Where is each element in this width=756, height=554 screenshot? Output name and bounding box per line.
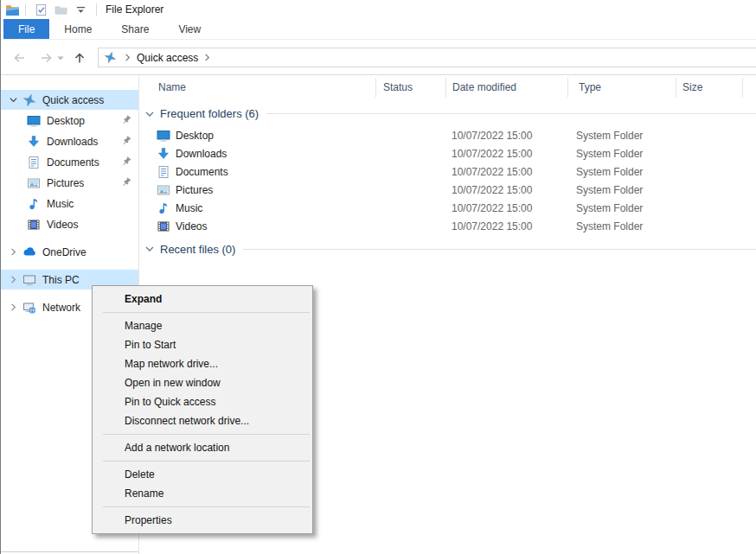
column-divider[interactable] [676, 78, 676, 98]
breadcrumb-root[interactable]: Quick access [137, 52, 198, 64]
column-divider[interactable] [567, 78, 568, 98]
group-header-frequent-folders[interactable]: Frequent folders (6) [140, 100, 756, 127]
menu-item-rename[interactable]: Rename [93, 484, 312, 503]
column-divider[interactable] [445, 78, 446, 98]
menu-item-expand[interactable]: Expand [93, 290, 312, 309]
menu-item-delete[interactable]: Delete [93, 465, 312, 484]
sidebar-item-label: Music [47, 198, 74, 210]
sidebar-item-label: Documents [47, 156, 99, 169]
pin-icon [120, 176, 132, 188]
qat-properties-button[interactable] [34, 3, 48, 17]
recent-locations-button[interactable] [54, 48, 67, 68]
file-date-modified: 10/07/2022 15:00 [452, 220, 532, 232]
desktop-icon [157, 129, 170, 143]
sidebar-item-videos[interactable]: Videos [1, 214, 138, 234]
address-bar[interactable]: Quick access [98, 48, 756, 67]
qat-new-folder-button[interactable] [54, 3, 68, 17]
file-date-modified: 10/07/2022 15:00 [452, 184, 532, 196]
chevron-right-icon[interactable] [7, 302, 19, 313]
sidebar-item-documents[interactable]: Documents [1, 152, 138, 172]
file-name: Videos [176, 220, 207, 232]
file-type: System Folder [576, 166, 643, 178]
up-button[interactable] [69, 48, 90, 68]
qat-customize-button[interactable] [74, 3, 88, 17]
sidebar-item-label: Pictures [47, 177, 84, 189]
menu-separator [103, 506, 310, 507]
tab-home[interactable]: Home [49, 19, 106, 39]
tab-file[interactable]: File [3, 19, 49, 39]
chevron-down-icon [54, 51, 67, 65]
column-header-status[interactable]: Status [383, 75, 413, 99]
menu-item-pin-to-start[interactable]: Pin to Start [93, 335, 312, 354]
file-row-pictures[interactable]: Pictures 10/07/2022 15:00 System Folder [140, 181, 756, 200]
downloads-icon [27, 135, 41, 149]
column-header-size[interactable]: Size [682, 75, 702, 99]
menu-item-properties[interactable]: Properties [93, 511, 312, 530]
sidebar-item-quick-access[interactable]: Quick access [1, 90, 138, 110]
sidebar-item-label: Downloads [47, 136, 98, 148]
window-title: File Explorer [106, 3, 163, 16]
file-row-documents[interactable]: Documents 10/07/2022 15:00 System Folder [140, 163, 756, 181]
column-header-date-modified[interactable]: Date modified [452, 75, 516, 99]
chevron-down-icon[interactable] [7, 95, 19, 105]
file-type: System Folder [576, 130, 643, 142]
chevron-spacer [7, 157, 19, 168]
sidebar-item-music[interactable]: Music [1, 194, 138, 213]
file-row-downloads[interactable]: Downloads 10/07/2022 15:00 System Folder [140, 145, 756, 163]
column-divider[interactable] [375, 78, 376, 98]
sidebar-item-label: Network [42, 302, 80, 314]
breadcrumb-chevron-icon[interactable] [202, 53, 212, 62]
videos-icon [157, 220, 170, 233]
chevron-down-icon[interactable] [144, 109, 155, 119]
sidebar-item-pictures[interactable]: Pictures [1, 173, 138, 193]
titlebar-divider [96, 3, 97, 16]
menu-item-add-a-network-location[interactable]: Add a network location [93, 438, 312, 457]
chevron-spacer [7, 178, 19, 188]
file-explorer-app-icon [5, 3, 20, 17]
file-row-videos[interactable]: Videos 10/07/2022 15:00 System Folder [140, 218, 756, 236]
chevron-right-icon[interactable] [7, 275, 19, 285]
statusbar-top-edge [1, 551, 138, 552]
back-icon [13, 51, 27, 65]
column-headers: Name Status Date modified Type Size [140, 75, 756, 100]
tab-share[interactable]: Share [106, 19, 163, 39]
titlebar-divider [25, 3, 26, 16]
group-header-rule [243, 249, 756, 250]
file-date-modified: 10/07/2022 15:00 [452, 166, 532, 178]
group-header-recent-files[interactable]: Recent files (0) [140, 239, 756, 259]
file-row-music[interactable]: Music 10/07/2022 15:00 System Folder [140, 200, 756, 218]
sidebar-item-onedrive[interactable]: OneDrive [1, 242, 138, 262]
file-type: System Folder [576, 184, 643, 196]
file-name: Pictures [176, 184, 213, 196]
file-explorer-window: File Explorer File Home Share View Quick… [0, 0, 756, 554]
file-name: Music [176, 202, 202, 214]
column-header-name[interactable]: Name [158, 75, 186, 99]
file-row-desktop[interactable]: Desktop 10/07/2022 15:00 System Folder [140, 127, 756, 145]
menu-item-manage[interactable]: Manage [93, 316, 312, 335]
downloads-icon [157, 147, 170, 161]
chevron-spacer [7, 199, 19, 209]
breadcrumb-chevron-icon[interactable] [123, 53, 132, 62]
sidebar-item-downloads[interactable]: Downloads [1, 131, 138, 151]
sidebar-item-desktop[interactable]: Desktop [1, 111, 138, 131]
menu-item-map-network-drive[interactable]: Map network drive... [93, 354, 312, 373]
desktop-icon [27, 114, 41, 128]
videos-icon [27, 218, 41, 232]
menu-item-pin-to-quick-access[interactable]: Pin to Quick access [93, 392, 312, 411]
menu-item-disconnect-network-drive[interactable]: Disconnect network drive... [93, 411, 312, 430]
file-type: System Folder [576, 202, 643, 214]
chevron-down-icon[interactable] [144, 244, 155, 254]
chevron-right-icon[interactable] [7, 247, 19, 258]
pin-icon [120, 114, 132, 126]
column-divider[interactable] [742, 78, 743, 98]
file-name: Documents [176, 166, 228, 178]
column-header-type[interactable]: Type [579, 75, 601, 99]
file-name: Downloads [176, 148, 227, 160]
ribbon-tabs: File Home Share View [1, 19, 756, 40]
file-date-modified: 10/07/2022 15:00 [452, 130, 532, 142]
menu-item-open-in-new-window[interactable]: Open in new window [93, 373, 312, 392]
file-date-modified: 10/07/2022 15:00 [452, 148, 532, 160]
tab-view[interactable]: View [163, 19, 215, 39]
back-button[interactable] [10, 48, 30, 68]
this-pc-icon [22, 273, 36, 287]
